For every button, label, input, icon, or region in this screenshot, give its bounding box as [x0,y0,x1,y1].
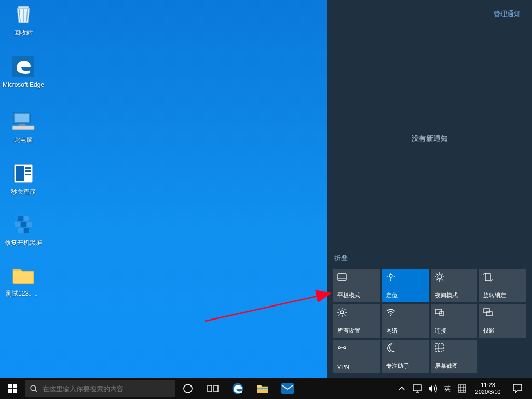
collapse-quick-actions-link[interactable]: 折叠 [334,254,348,263]
quick-action-label: 定位 [386,291,425,299]
svg-line-27 [442,279,443,280]
svg-rect-60 [214,385,218,392]
svg-rect-4 [12,126,34,130]
tray-ime-button[interactable] [454,378,470,399]
quick-action-label: 专注助手 [386,362,425,370]
quick-action-focus-assist[interactable]: 专注助手 [382,340,429,373]
night-icon [435,272,473,282]
mail-icon [281,383,294,394]
svg-rect-54 [8,389,12,393]
connect-icon [435,308,473,317]
svg-point-56 [31,385,36,391]
desktop-icon-label: 修复开机黑屏 [0,239,47,246]
manage-notifications-link[interactable]: 管理通知 [494,9,521,19]
desktop-icon-fix-black-screen[interactable]: 修复开机黑屏 [0,212,47,246]
speaker-icon [428,384,438,393]
ime-icon [458,384,466,393]
svg-point-20 [389,274,392,277]
desktop-icon-this-pc[interactable]: 此电脑 [0,109,47,143]
taskbar: 英 11:23 2020/3/10 [0,378,532,399]
taskbar-search-input[interactable] [43,385,175,393]
svg-point-45 [338,347,340,349]
tablet-icon [337,272,376,282]
chevron-up-icon [399,385,405,392]
quick-action-network[interactable]: 网络 [382,304,429,338]
wifi-icon [386,308,425,317]
svg-point-21 [438,275,442,279]
quick-action-label: VPN [337,364,376,370]
svg-point-40 [390,315,391,316]
search-icon [25,384,43,393]
edge-icon [11,54,36,79]
svg-rect-14 [21,222,26,227]
quick-action-label: 夜间模式 [435,291,473,299]
fix-black-screen-icon [11,212,36,237]
quick-action-rotation-lock[interactable]: 旋转锁定 [479,269,526,302]
desktop-icon-edge[interactable]: Microsoft Edge [0,54,47,88]
svg-rect-18 [338,274,346,280]
tray-overflow-button[interactable] [394,378,410,399]
desktop-icon-recycle-bin[interactable]: 回收站 [0,2,47,36]
quick-actions-grid: 平板模式定位夜间模式旋转锁定所有设置网络连接投影VPN专注助手屏幕截图 [333,269,526,373]
recycle-bin-icon [11,2,36,27]
quick-action-connect[interactable]: 连接 [431,304,478,338]
desktop-icon-folder-test[interactable]: 测试123。。 [0,263,47,297]
action-center-button[interactable] [506,378,529,399]
svg-rect-8 [25,167,31,169]
svg-rect-13 [15,222,20,227]
taskbar-search-box[interactable] [25,380,175,397]
svg-rect-52 [8,384,12,388]
no-notifications-text: 没有新通知 [327,134,532,143]
svg-rect-16 [18,228,23,233]
quick-action-all-settings[interactable]: 所有设置 [333,304,380,338]
tray-clock[interactable]: 11:23 2020/3/10 [470,382,506,395]
svg-line-28 [436,279,438,280]
svg-line-38 [339,315,340,316]
desktop-icon-shutdown-tool[interactable]: 秒关程序 [0,161,47,195]
svg-line-37 [345,315,346,316]
quick-action-screen-snip[interactable]: 屏幕截图 [431,340,478,373]
quick-action-project[interactable]: 投影 [479,304,526,338]
project-icon [483,308,522,317]
svg-rect-55 [13,389,17,393]
quick-action-label: 平板模式 [337,291,376,299]
svg-point-46 [344,347,346,349]
svg-line-26 [436,274,438,275]
svg-rect-15 [27,222,32,227]
taskbar-app-edge[interactable] [225,378,250,399]
svg-rect-12 [24,216,29,221]
tray-network-button[interactable] [410,378,425,399]
desktop-icon-label: Microsoft Edge [0,81,47,88]
task-view-icon [207,384,219,393]
shutdown-tool-icon [11,161,36,186]
quick-action-vpn[interactable]: VPN [333,340,380,373]
quick-action-tablet-mode[interactable]: 平板模式 [333,269,380,302]
tray-ime-lang[interactable]: 英 [441,378,454,399]
quick-action-label: 投影 [483,327,522,335]
tray-volume-button[interactable] [425,378,441,399]
this-pc-icon [11,109,36,134]
desktop-icon-label: 回收站 [0,29,47,36]
show-desktop-button[interactable] [529,378,532,399]
action-center-panel: 管理通知 没有新通知 折叠 平板模式定位夜间模式旋转锁定所有设置网络连接投影VP… [327,0,532,378]
tray-date: 2020/3/10 [472,389,504,395]
taskbar-app-file-explorer[interactable] [250,378,275,399]
cortana-icon [183,383,193,394]
start-button[interactable] [0,378,25,399]
snip-icon [435,343,473,352]
svg-line-36 [339,309,340,310]
svg-rect-66 [413,385,421,391]
location-icon [386,272,425,282]
quick-action-night-light[interactable]: 夜间模式 [431,269,478,302]
monitor-icon [413,384,422,393]
folder-icon [11,263,36,288]
task-view-button[interactable] [200,378,225,399]
svg-rect-17 [24,228,29,233]
quick-action-location[interactable]: 定位 [382,269,429,302]
svg-rect-30 [485,273,490,281]
notification-icon [512,384,523,393]
quick-action-label: 连接 [435,327,473,335]
cortana-button[interactable] [175,378,200,399]
svg-rect-59 [208,385,212,392]
taskbar-app-mail[interactable] [275,378,300,399]
